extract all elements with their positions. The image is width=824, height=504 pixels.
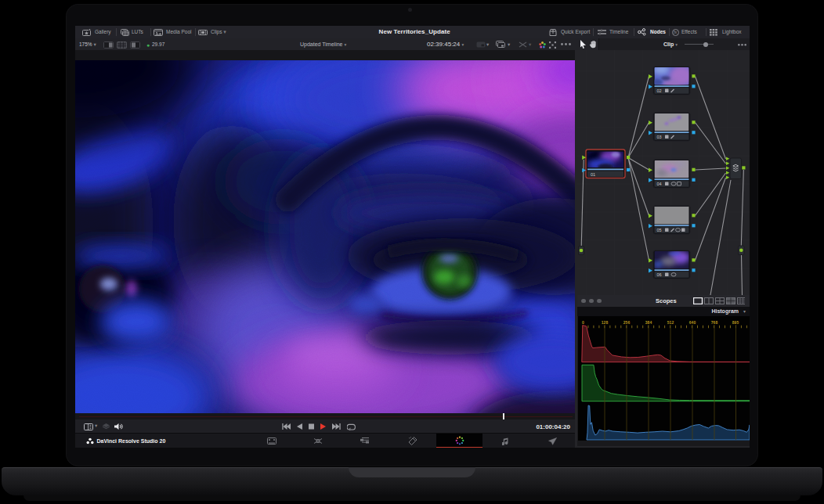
svg-text:895: 895	[732, 320, 739, 325]
svg-text:640: 640	[688, 320, 696, 325]
svg-text:06: 06	[657, 272, 662, 277]
svg-text:03: 03	[657, 135, 662, 139]
svg-text:256: 256	[623, 320, 630, 325]
svg-text:512: 512	[667, 320, 674, 325]
svg-text:05: 05	[657, 228, 662, 232]
svg-text:01: 01	[591, 172, 595, 177]
svg-text:0: 0	[582, 320, 584, 325]
svg-text:fx: fx	[674, 30, 677, 34]
svg-text:768: 768	[710, 320, 717, 325]
svg-text:128: 128	[601, 320, 608, 325]
svg-text:04: 04	[657, 182, 662, 186]
svg-text:02: 02	[657, 88, 662, 93]
svg-text:384: 384	[645, 320, 652, 325]
